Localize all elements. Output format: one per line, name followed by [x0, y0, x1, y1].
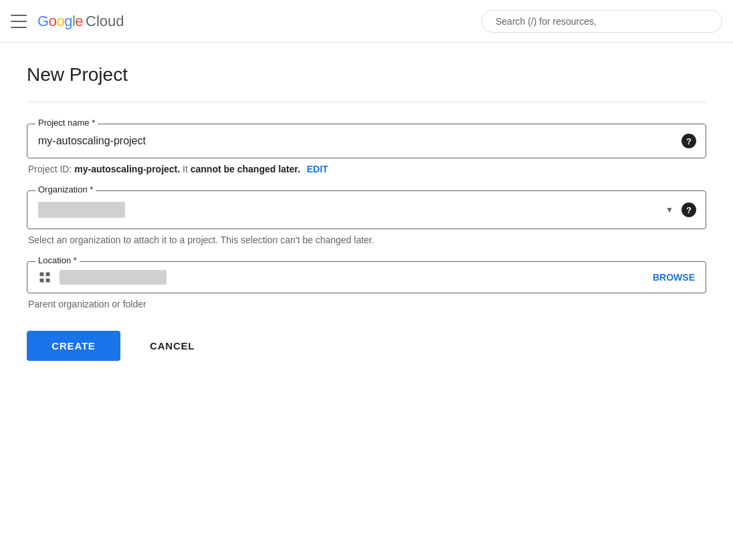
project-id-value: my-autoscaling-project. — [74, 164, 180, 174]
project-id-cannot-change: cannot be changed later. — [191, 164, 300, 174]
organization-hint: Select an organization to attach it to a… — [28, 235, 706, 245]
organization-select[interactable] — [27, 191, 706, 229]
google-letter-g2: g — [64, 13, 72, 29]
button-row: CREATE CANCEL — [27, 331, 706, 361]
project-name-field: Project name * ? Project ID: my-autoscal… — [27, 124, 706, 174]
dropdown-arrow-icon: ▼ — [665, 205, 673, 215]
form-container: Project name * ? Project ID: my-autoscal… — [27, 124, 706, 361]
svg-rect-2 — [40, 279, 44, 283]
location-wrapper: Location * BROWSE — [27, 261, 706, 293]
organization-label: Organization * — [35, 184, 96, 194]
organization-help-icon[interactable]: ? — [682, 202, 696, 217]
project-name-wrapper: Project name * ? — [27, 124, 706, 158]
menu-icon[interactable] — [11, 13, 27, 29]
project-name-input[interactable] — [38, 135, 673, 147]
google-letter-o1: o — [49, 13, 57, 29]
app-header: Google Cloud Search (/) for resources, — [0, 0, 733, 43]
grid-icon — [38, 271, 51, 284]
page-title: New Project — [27, 64, 706, 86]
organization-field: Organization * ▼ ? Select an organizatio… — [27, 190, 706, 245]
svg-rect-0 — [40, 273, 44, 277]
google-text: Google — [37, 13, 83, 30]
location-hint: Parent organization or folder — [28, 299, 706, 309]
search-box[interactable]: Search (/) for resources, — [482, 10, 722, 33]
project-name-label: Project name * — [35, 118, 98, 128]
location-field: Location * BROWSE Parent organization or… — [27, 261, 706, 309]
divider — [27, 102, 706, 102]
project-name-help-icon[interactable]: ? — [682, 134, 696, 148]
svg-rect-1 — [46, 273, 50, 277]
organization-select-wrapper: Organization * ▼ ? — [27, 190, 706, 229]
browse-button[interactable]: BROWSE — [653, 272, 695, 283]
cloud-text: Cloud — [86, 13, 124, 30]
cancel-button[interactable]: CANCEL — [131, 331, 213, 361]
edit-link[interactable]: EDIT — [307, 164, 328, 174]
svg-rect-3 — [46, 279, 50, 283]
create-button[interactable]: CREATE — [27, 331, 120, 361]
google-letter-o2: o — [56, 13, 64, 29]
project-id-prefix: Project ID: — [28, 164, 74, 174]
search-placeholder: Search (/) for resources, — [496, 16, 597, 27]
google-logo: Google Cloud — [37, 13, 124, 30]
location-placeholder — [60, 270, 167, 285]
location-label: Location * — [35, 255, 80, 265]
main-content: New Project Project name * ? Project ID:… — [0, 43, 733, 382]
project-id-text: Project ID: my-autoscaling-project. It c… — [28, 164, 706, 174]
organization-placeholder — [38, 202, 125, 218]
google-letter-g: G — [37, 13, 49, 29]
google-letter-e: e — [75, 13, 83, 29]
